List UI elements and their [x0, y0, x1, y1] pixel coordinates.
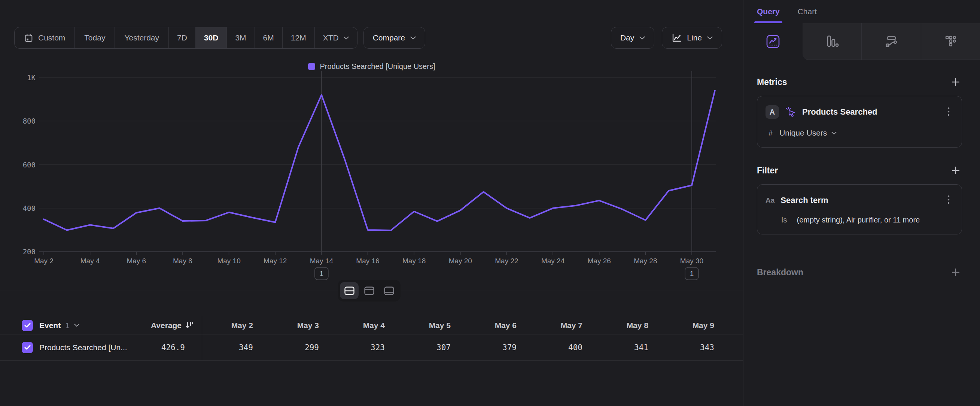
annotation-badge[interactable]: 1	[685, 267, 698, 280]
select-all-checkbox[interactable]	[22, 320, 33, 331]
event-column-dropdown[interactable]: Event 1	[39, 321, 80, 330]
chart-view-button[interactable]	[360, 282, 379, 299]
date-range-30d[interactable]: 30D	[196, 27, 227, 48]
sidebar-content: Metrics A Products Searched	[743, 76, 980, 279]
svg-text:1: 1	[320, 270, 324, 277]
x-axis-tick-label: May 10	[217, 257, 240, 265]
x-axis-tick-label: May 28	[634, 257, 657, 265]
x-axis-tick-label: May 18	[402, 257, 426, 265]
filter-heading: Filter	[757, 166, 778, 176]
layout-toggle	[338, 280, 401, 301]
average-value-cell: 426.9	[116, 343, 201, 352]
chevron-down-icon	[831, 131, 837, 135]
metric-name: Products Searched	[802, 107, 877, 117]
results-table: Event 1 Average May 2May 3May 4May 5May …	[0, 317, 743, 361]
date-range-label: 30D	[204, 33, 219, 42]
event-header-cell: Event 1	[0, 320, 116, 331]
x-axis-tick-label: May 20	[449, 257, 472, 265]
x-axis-tick-label: May 8	[173, 257, 192, 265]
table-header-row: Event 1 Average May 2May 3May 4May 5May …	[0, 317, 743, 334]
date-column-header: May 7	[531, 321, 597, 330]
date-range-label: 12M	[291, 33, 306, 42]
y-axis-tick-label: 200	[23, 248, 35, 256]
svg-text:1: 1	[690, 270, 694, 277]
granularity-button[interactable]: Day	[611, 27, 654, 49]
cell-value: 341	[597, 343, 663, 352]
date-range-label: 7D	[177, 33, 187, 42]
query-sidebar: Query Chart Metrics A Products Searched	[743, 0, 980, 406]
filter-operator: Is	[781, 216, 787, 224]
tab-query[interactable]: Query	[757, 0, 780, 23]
event-column-label: Event	[39, 321, 60, 330]
date-range-7d[interactable]: 7D	[169, 27, 196, 48]
cell-value: 379	[465, 343, 531, 352]
date-range-xtd[interactable]: XTD	[315, 27, 357, 48]
toolbar: CustomTodayYesterday7D30D3M6M12MXTD Comp…	[14, 27, 722, 49]
cell-value: 343	[663, 343, 729, 352]
average-header-cell[interactable]: Average	[116, 321, 201, 330]
date-column-header: May 6	[465, 321, 531, 330]
filter-condition-row[interactable]: Is (empty string), Air purifier, or 11 m…	[765, 216, 953, 224]
date-range-yesterday[interactable]: Yesterday	[115, 27, 169, 48]
y-axis-tick-label: 1K	[27, 73, 35, 82]
x-axis-tick-label: May 24	[541, 257, 565, 265]
date-range-label: Yesterday	[124, 33, 159, 42]
x-axis-tick-label: May 12	[264, 257, 287, 265]
metric-row[interactable]: A Products Searched	[765, 105, 953, 119]
chart-type-button[interactable]: Line	[662, 27, 722, 49]
add-metric-button[interactable]	[949, 76, 962, 88]
filter-value: (empty string), Air purifier, or 11 more	[797, 216, 920, 224]
cell-value: 349	[201, 343, 267, 352]
string-property-icon: Aa	[765, 196, 775, 204]
hash-icon: #	[768, 129, 773, 137]
calendar-icon	[24, 33, 33, 43]
date-range-custom[interactable]: Custom	[14, 27, 75, 48]
date-range-today[interactable]: Today	[75, 27, 115, 48]
flows-icon	[883, 33, 900, 50]
chart-view-icon	[364, 287, 374, 295]
date-column-header: May 8	[597, 321, 663, 330]
split-view-icon	[344, 287, 355, 295]
metric-kebab-menu[interactable]	[945, 106, 953, 119]
report-tab-funnels[interactable]	[803, 23, 862, 60]
report-tab-retention[interactable]	[921, 23, 980, 60]
aggregation-dropdown[interactable]: Unique Users	[780, 129, 837, 137]
x-axis-tick-label: May 14	[310, 257, 334, 265]
y-axis-tick-label: 800	[23, 117, 35, 125]
metrics-section-header: Metrics	[757, 76, 962, 88]
granularity-label: Day	[620, 33, 634, 42]
row-checkbox[interactable]	[22, 342, 33, 353]
x-axis-tick-label: May 16	[356, 257, 379, 265]
tab-chart[interactable]: Chart	[798, 0, 817, 23]
x-axis-tick-label: May 4	[81, 257, 100, 265]
date-range-6m[interactable]: 6M	[255, 27, 282, 48]
annotation-badge[interactable]: 1	[315, 267, 328, 280]
retention-icon	[942, 33, 959, 50]
date-range-12m[interactable]: 12M	[282, 27, 315, 48]
cell-value: 323	[333, 343, 399, 352]
filter-kebab-menu[interactable]	[945, 194, 953, 207]
metrics-heading: Metrics	[757, 77, 787, 87]
date-column-header: May 3	[267, 321, 333, 330]
plus-icon	[951, 267, 961, 277]
funnels-icon	[823, 33, 840, 50]
report-tab-flows[interactable]	[861, 23, 921, 60]
chevron-down-icon	[640, 36, 645, 40]
cell-value: 400	[531, 343, 597, 352]
date-range-3m[interactable]: 3M	[226, 27, 254, 48]
table-view-button[interactable]	[380, 282, 398, 299]
cell-value: 307	[399, 343, 465, 352]
add-breakdown-button[interactable]	[949, 266, 962, 279]
plus-icon	[951, 77, 961, 87]
split-view-button[interactable]	[340, 282, 359, 299]
aggregation-row: # Unique Users	[765, 129, 953, 137]
compare-button[interactable]: Compare	[363, 27, 425, 49]
table-row[interactable]: Products Searched [Un... 426.9 349299323…	[0, 334, 743, 361]
kebab-icon	[947, 107, 950, 116]
kebab-icon	[947, 195, 950, 204]
report-tab-insights[interactable]	[743, 23, 803, 60]
add-filter-button[interactable]	[949, 164, 962, 177]
event-count: 1	[65, 321, 70, 330]
filter-row[interactable]: Aa Search term	[765, 194, 953, 207]
x-axis-tick-label: May 30	[680, 257, 703, 265]
